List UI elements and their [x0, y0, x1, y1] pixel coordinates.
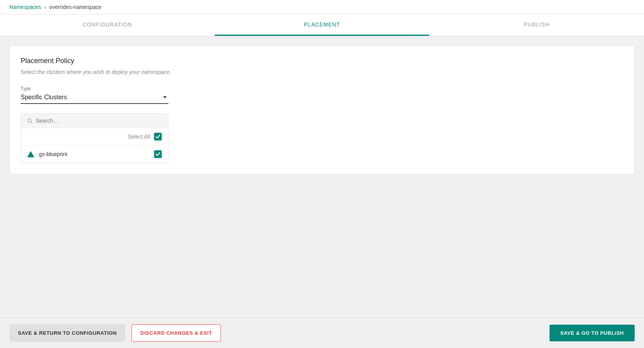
- type-select-text: Specific Clusters: [21, 94, 67, 101]
- tab-configuration[interactable]: CONFIGURATION: [0, 14, 215, 36]
- chevron-down-icon: [163, 96, 167, 98]
- footer: SAVE & RETURN TO CONFIGURATION DISCARD C…: [0, 318, 644, 348]
- cluster-row: gs-blueprint: [21, 145, 168, 163]
- tabs-bar: CONFIGURATION PLACEMENT PUBLISH: [0, 14, 644, 36]
- cluster-checkbox[interactable]: [154, 150, 162, 158]
- breadcrumb-current: overrides-namespace: [49, 4, 102, 10]
- main-content: Placement Policy Select the clusters whe…: [0, 36, 644, 318]
- select-all-checkbox[interactable]: [154, 133, 162, 141]
- breadcrumb-separator: ›: [44, 4, 46, 10]
- card-subtitle: Select the clusters where you wish to de…: [21, 69, 623, 75]
- cluster-info: gs-blueprint: [27, 151, 67, 157]
- tab-placement[interactable]: PLACEMENT: [215, 14, 429, 36]
- save-return-config-button[interactable]: SAVE & RETURN TO CONFIGURATION: [9, 324, 125, 342]
- tab-publish[interactable]: PUBLISH: [429, 14, 644, 36]
- card-title: Placement Policy: [21, 57, 623, 65]
- select-all-label: Select All: [128, 134, 150, 140]
- cluster-name: gs-blueprint: [39, 151, 67, 157]
- checkmark-icon: [155, 134, 161, 139]
- breadcrumb: Namespaces › overrides-namespace: [9, 4, 635, 10]
- cluster-selector: Select All gs-blueprint: [21, 113, 168, 163]
- discard-changes-button[interactable]: DISCARD CHANGES & EXIT: [131, 324, 221, 342]
- search-input[interactable]: [36, 118, 163, 124]
- search-input-wrapper: [26, 118, 163, 124]
- save-go-to-publish-button[interactable]: SAVE & GO TO PUBLISH: [550, 325, 635, 341]
- search-icon: [26, 118, 33, 124]
- breadcrumb-namespaces-link[interactable]: Namespaces: [9, 4, 41, 10]
- placement-card: Placement Policy Select the clusters whe…: [9, 46, 635, 174]
- top-bar: Namespaces › overrides-namespace: [0, 0, 644, 14]
- footer-left: SAVE & RETURN TO CONFIGURATION DISCARD C…: [9, 324, 221, 342]
- cluster-icon: [27, 151, 34, 157]
- search-box: [21, 114, 168, 128]
- type-select-wrapper[interactable]: Specific Clusters: [21, 94, 168, 104]
- type-label: Type: [21, 86, 623, 91]
- select-all-row: Select All: [21, 128, 168, 145]
- svg-line-1: [31, 122, 32, 123]
- cluster-checkmark-icon: [155, 151, 161, 157]
- type-select-value[interactable]: Specific Clusters: [21, 94, 168, 101]
